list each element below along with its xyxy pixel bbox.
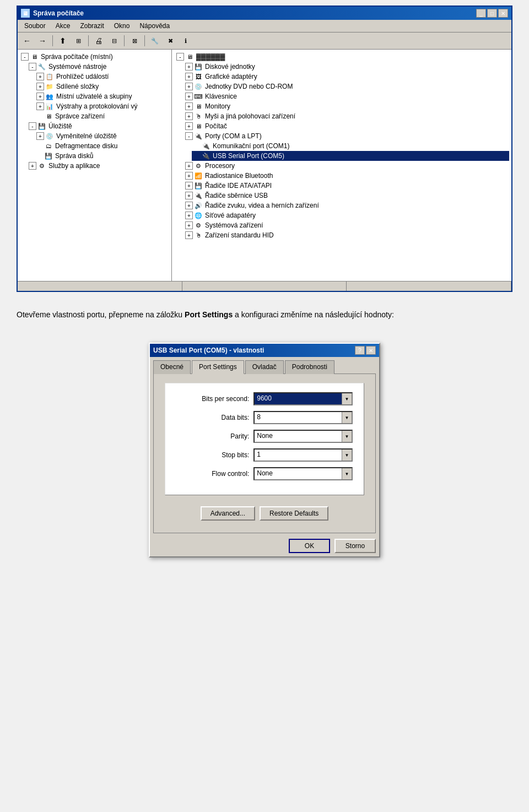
right-expand-ide[interactable]: +: [185, 182, 193, 190]
right-expand-mice[interactable]: +: [185, 112, 193, 120]
right-expand-usb[interactable]: +: [185, 192, 193, 199]
dialog-close-button[interactable]: ✕: [366, 346, 376, 355]
right-keyboard-label: Klávesnice: [205, 93, 237, 100]
tree-devman[interactable]: 🖥 Správce zařízení: [35, 111, 169, 121]
tree-system[interactable]: - 🔧 Systémové nástroje: [28, 62, 169, 72]
cancel-button[interactable]: Storno: [334, 539, 376, 553]
right-root[interactable]: - 🖥 ▓▓▓▓▓▓: [174, 52, 509, 62]
parity-dropdown-arrow[interactable]: ▼: [342, 431, 352, 442]
data-dropdown-arrow[interactable]: ▼: [342, 412, 352, 423]
right-expand-dvd[interactable]: +: [185, 83, 193, 90]
print2-button[interactable]: ⊟: [107, 34, 121, 47]
right-mice[interactable]: + 🖱 Myši a jiná polohovací zařízení: [183, 111, 509, 121]
expand-removable[interactable]: +: [36, 132, 44, 140]
tree-diskman[interactable]: 💾 Správa disků: [35, 151, 169, 161]
connect-button[interactable]: ⊠: [127, 34, 142, 47]
print-button[interactable]: 🖨: [91, 34, 106, 47]
maximize-button[interactable]: □: [487, 9, 497, 18]
flow-label: Flow control:: [176, 470, 249, 478]
dialog-help-button[interactable]: ?: [355, 346, 365, 355]
right-computer[interactable]: + 🖥 Počítač: [183, 121, 509, 131]
right-com1[interactable]: 🔌 Komunikační port (COM1): [192, 141, 509, 151]
back-button[interactable]: ←: [20, 34, 34, 47]
tree-users[interactable]: + 👥 Místní uživatelé a skupiny: [35, 91, 169, 101]
right-expand-computer[interactable]: +: [185, 122, 193, 130]
advanced-button[interactable]: Advanced...: [201, 506, 255, 521]
menu-soubor[interactable]: Soubor: [20, 21, 50, 31]
right-dvd[interactable]: + 💿 Jednotky DVD nebo CD-ROM: [183, 82, 509, 91]
ok-button[interactable]: OK: [289, 539, 330, 553]
info-button[interactable]: ℹ: [179, 34, 193, 47]
menu-zobrazit[interactable]: Zobrazit: [75, 21, 108, 31]
expand-users[interactable]: +: [36, 93, 44, 100]
right-ports[interactable]: - 🔌 Porty (COM a LPT): [183, 131, 509, 141]
data-select-wrapper[interactable]: 8 ▼: [253, 411, 353, 424]
expand-storage[interactable]: -: [29, 122, 36, 130]
right-expand-sound[interactable]: +: [185, 202, 193, 209]
tree-alerts[interactable]: + 📊 Výstrahy a protokolování vý: [35, 101, 169, 111]
expand-system[interactable]: -: [29, 63, 36, 71]
expand-root[interactable]: -: [21, 53, 29, 61]
menu-napoveda[interactable]: Nápověda: [135, 21, 174, 31]
right-com5[interactable]: 🔌 USB Serial Port (COM5): [192, 151, 509, 161]
right-expand-hid[interactable]: +: [185, 231, 193, 239]
restore-defaults-button[interactable]: Restore Defaults: [260, 506, 328, 521]
flow-dropdown-arrow[interactable]: ▼: [342, 468, 352, 479]
bits-dropdown-arrow[interactable]: ▼: [342, 393, 352, 404]
properties-button[interactable]: 🔧: [148, 34, 162, 47]
right-expand-keyboard[interactable]: +: [185, 93, 193, 100]
tree-storage[interactable]: - 💾 Úložiště: [28, 121, 169, 131]
stop-dropdown-arrow[interactable]: ▼: [342, 450, 352, 461]
right-monitors[interactable]: + 🖥 Monitory: [183, 101, 509, 111]
right-computer-label: Počítač: [205, 122, 227, 130]
tree-eventview[interactable]: + 📋 Prohlížeč událostí: [35, 72, 169, 82]
right-network[interactable]: + 🌐 Síťové adapatéry: [183, 210, 509, 220]
up-button[interactable]: ⬆: [56, 34, 70, 47]
right-expand-disk[interactable]: +: [185, 63, 193, 71]
tab-ovladac[interactable]: Ovladač: [245, 360, 284, 374]
right-graphics[interactable]: + 🖼 Grafické adaptéry: [183, 72, 509, 82]
tab-portsettings[interactable]: Port Settings: [192, 360, 244, 374]
bits-select-wrapper[interactable]: 9600 ▼: [253, 392, 353, 405]
expand-shared[interactable]: +: [36, 83, 44, 90]
stop-select-wrapper[interactable]: 1 ▼: [253, 448, 353, 462]
minimize-button[interactable]: _: [476, 9, 486, 18]
action-buttons-area: Advanced... Restore Defaults: [165, 501, 364, 524]
expand-eventview[interactable]: +: [36, 73, 44, 80]
tree-services[interactable]: + ⚙ Služby a aplikace: [28, 161, 169, 171]
right-expand-graphics[interactable]: +: [185, 73, 193, 80]
parity-select-wrapper[interactable]: None ▼: [253, 430, 353, 443]
tree-button[interactable]: ⊞: [71, 34, 85, 47]
tab-podrobnosti[interactable]: Podrobnosti: [285, 360, 334, 374]
right-cpu[interactable]: + ⚙ Procesory: [183, 161, 509, 171]
right-panel: - 🖥 ▓▓▓▓▓▓ + 💾 Diskové jednotky + 🖼 Graf…: [172, 50, 511, 281]
right-bluetooth[interactable]: + 📶 Radiostanice Bluetooth: [183, 171, 509, 181]
right-usb[interactable]: + 🔌 Řadiče sběrnice USB: [183, 191, 509, 201]
tree-shared[interactable]: + 📁 Sdílené složky: [35, 82, 169, 91]
right-hid[interactable]: + 🖱 Zařízení standardu HID: [183, 230, 509, 240]
right-keyboard[interactable]: + ⌨ Klávesnice: [183, 91, 509, 101]
expand-alerts[interactable]: +: [36, 102, 44, 110]
right-expand-monitors[interactable]: +: [185, 102, 193, 110]
right-expand-network[interactable]: +: [185, 212, 193, 219]
tree-root[interactable]: - 🖥 Správa počítače (místní): [20, 52, 169, 62]
right-sysdev[interactable]: + ⚙ Systémová zařízení: [183, 220, 509, 230]
right-expand-bluetooth[interactable]: +: [185, 172, 193, 180]
tree-removable[interactable]: + 💿 Vyměnitelné úložiště: [35, 131, 169, 141]
tab-obecne[interactable]: Obecné: [153, 360, 191, 374]
close-button[interactable]: ✕: [498, 9, 508, 18]
menu-okno[interactable]: Okno: [110, 21, 134, 31]
menu-akce[interactable]: Akce: [51, 21, 75, 31]
delete-button[interactable]: ✖: [163, 34, 177, 47]
right-disk[interactable]: + 💾 Diskové jednotky: [183, 62, 509, 72]
flow-select-wrapper[interactable]: None ▼: [253, 467, 353, 480]
tree-defrag[interactable]: 🗂 Defragmentace disku: [35, 141, 169, 151]
right-sound[interactable]: + 🔊 Řadiče zvuku, videa a herních zaříze…: [183, 201, 509, 210]
forward-button[interactable]: →: [35, 34, 50, 47]
expand-services[interactable]: +: [29, 162, 36, 170]
right-expand-root[interactable]: -: [176, 53, 184, 61]
right-expand-ports[interactable]: -: [185, 132, 193, 140]
right-ide[interactable]: + 💾 Řadiče IDE ATA/ATAPI: [183, 181, 509, 191]
right-expand-cpu[interactable]: +: [185, 162, 193, 170]
right-expand-sysdev[interactable]: +: [185, 221, 193, 229]
